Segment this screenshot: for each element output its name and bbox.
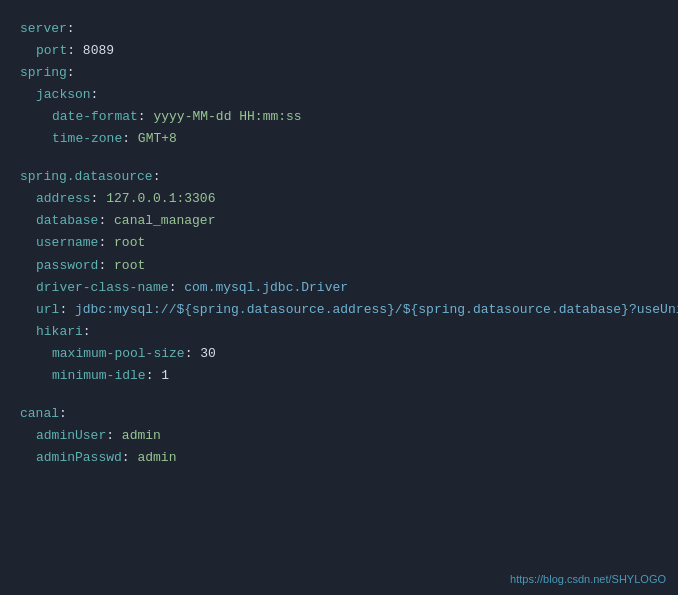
yaml-colon: : [138,109,146,124]
watermark: https://blog.csdn.net/SHYLOGO [510,573,666,585]
yaml-key: spring [20,65,67,80]
code-line: database: canal_manager [20,210,658,232]
yaml-colon: : [122,131,130,146]
yaml-colon: : [83,324,91,339]
code-line: username: root [20,232,658,254]
code-line: minimum-idle: 1 [20,365,658,387]
code-line: adminPasswd: admin [20,447,658,469]
yaml-key: address [36,191,91,206]
yaml-key: spring.datasource [20,169,153,184]
yaml-colon: : [67,21,75,36]
yaml-key: database [36,213,98,228]
yaml-key: time-zone [52,131,122,146]
code-line: time-zone: GMT+8 [20,128,658,150]
yaml-colon: : [153,169,161,184]
yaml-colon: : [122,450,130,465]
yaml-key: adminPasswd [36,450,122,465]
yaml-value: 1 [153,368,169,383]
code-line: adminUser: admin [20,425,658,447]
yaml-key: server [20,21,67,36]
code-container: server:port: 8089spring:jackson:date-for… [0,0,678,595]
code-line: password: root [20,255,658,277]
yaml-value: admin [114,428,161,443]
yaml-key: hikari [36,324,83,339]
code-line: server: [20,18,658,40]
code-line: spring.datasource: [20,166,658,188]
yaml-value: root [106,235,145,250]
yaml-colon: : [106,428,114,443]
yaml-colon: : [91,87,99,102]
yaml-value: 8089 [75,43,114,58]
code-line: date-format: yyyy-MM-dd HH:mm:ss [20,106,658,128]
code-line [20,151,658,167]
code-line: spring: [20,62,658,84]
code-line: address: 127.0.0.1:3306 [20,188,658,210]
code-line: hikari: [20,321,658,343]
yaml-value: jdbc:mysql://${spring.datasource.address… [67,302,678,317]
code-line: port: 8089 [20,40,658,62]
yaml-value: root [106,258,145,273]
yaml-key: minimum-idle [52,368,146,383]
yaml-key: date-format [52,109,138,124]
code-line: maximum-pool-size: 30 [20,343,658,365]
yaml-value: GMT+8 [130,131,177,146]
yaml-value: 127.0.0.1:3306 [98,191,215,206]
code-line [20,387,658,403]
yaml-value: 30 [192,346,215,361]
yaml-key: canal [20,406,59,421]
yaml-key: maximum-pool-size [52,346,185,361]
yaml-colon: : [67,43,75,58]
yaml-value: canal_manager [106,213,215,228]
yaml-key: username [36,235,98,250]
yaml-colon: : [67,65,75,80]
yaml-key: jackson [36,87,91,102]
code-line: url: jdbc:mysql://${spring.datasource.ad… [20,299,658,321]
code-line: driver-class-name: com.mysql.jdbc.Driver [20,277,658,299]
yaml-value: admin [130,450,177,465]
yaml-key: driver-class-name [36,280,169,295]
yaml-colon: : [59,406,67,421]
code-line: canal: [20,403,658,425]
yaml-key: url [36,302,59,317]
yaml-key: port [36,43,67,58]
yaml-key: password [36,258,98,273]
yaml-key: adminUser [36,428,106,443]
yaml-value: yyyy-MM-dd HH:mm:ss [146,109,302,124]
code-line: jackson: [20,84,658,106]
yaml-value: com.mysql.jdbc.Driver [176,280,348,295]
